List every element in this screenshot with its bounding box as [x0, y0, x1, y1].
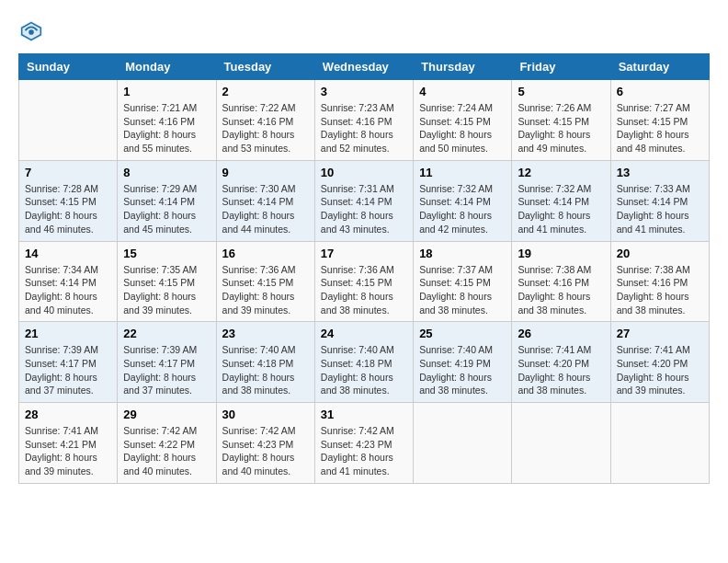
daylight-text: Daylight: 8 hours and 55 minutes.	[123, 128, 210, 155]
calendar-header-row: SundayMondayTuesdayWednesdayThursdayFrid…	[19, 54, 710, 80]
sunrise-text: Sunrise: 7:39 AM	[123, 343, 210, 357]
day-number: 6	[617, 85, 703, 98]
calendar-cell: 15Sunrise: 7:35 AMSunset: 4:15 PMDayligh…	[118, 241, 216, 322]
calendar-week-row: 28Sunrise: 7:41 AMSunset: 4:21 PMDayligh…	[19, 403, 710, 484]
calendar-cell: 19Sunrise: 7:38 AMSunset: 4:16 PMDayligh…	[512, 241, 610, 322]
sunrise-text: Sunrise: 7:24 AM	[419, 101, 506, 115]
day-info: Sunrise: 7:39 AMSunset: 4:17 PMDaylight:…	[25, 343, 111, 397]
daylight-text: Daylight: 8 hours and 38 minutes.	[321, 290, 407, 316]
day-info: Sunrise: 7:38 AMSunset: 4:16 PMDaylight:…	[617, 263, 703, 317]
header-monday: Monday	[118, 54, 216, 80]
calendar-cell: 7Sunrise: 7:28 AMSunset: 4:15 PMDaylight…	[19, 160, 118, 241]
sunset-text: Sunset: 4:15 PM	[518, 115, 604, 129]
header-tuesday: Tuesday	[216, 54, 314, 80]
sunrise-text: Sunrise: 7:41 AM	[617, 343, 703, 357]
sunset-text: Sunset: 4:20 PM	[518, 357, 604, 371]
sunset-text: Sunset: 4:15 PM	[321, 276, 407, 290]
daylight-text: Daylight: 8 hours and 48 minutes.	[617, 128, 703, 155]
daylight-text: Daylight: 8 hours and 38 minutes.	[222, 371, 309, 397]
day-number: 18	[419, 247, 506, 260]
day-info: Sunrise: 7:22 AMSunset: 4:16 PMDaylight:…	[222, 101, 309, 155]
day-info: Sunrise: 7:41 AMSunset: 4:21 PMDaylight:…	[25, 424, 111, 478]
daylight-text: Daylight: 8 hours and 41 minutes.	[518, 209, 604, 236]
day-number: 27	[617, 327, 703, 340]
calendar-cell: 2Sunrise: 7:22 AMSunset: 4:16 PMDaylight…	[216, 80, 314, 161]
day-info: Sunrise: 7:42 AMSunset: 4:23 PMDaylight:…	[321, 424, 407, 478]
daylight-text: Daylight: 8 hours and 38 minutes.	[419, 371, 506, 397]
daylight-text: Daylight: 8 hours and 38 minutes.	[617, 290, 703, 316]
day-info: Sunrise: 7:42 AMSunset: 4:23 PMDaylight:…	[222, 424, 309, 478]
daylight-text: Daylight: 8 hours and 41 minutes.	[321, 451, 407, 477]
sunrise-text: Sunrise: 7:26 AM	[518, 101, 604, 115]
sunrise-text: Sunrise: 7:22 AM	[222, 101, 309, 115]
daylight-text: Daylight: 8 hours and 50 minutes.	[419, 128, 506, 155]
day-number: 29	[123, 408, 210, 421]
calendar-cell: 11Sunrise: 7:32 AMSunset: 4:14 PMDayligh…	[414, 160, 512, 241]
day-info: Sunrise: 7:34 AMSunset: 4:14 PMDaylight:…	[25, 263, 111, 317]
day-number: 19	[518, 247, 604, 260]
day-number: 2	[222, 85, 309, 98]
day-info: Sunrise: 7:36 AMSunset: 4:15 PMDaylight:…	[222, 263, 309, 317]
daylight-text: Daylight: 8 hours and 38 minutes.	[419, 290, 506, 316]
sunrise-text: Sunrise: 7:40 AM	[419, 343, 506, 357]
sunset-text: Sunset: 4:14 PM	[25, 276, 111, 290]
calendar-cell	[19, 80, 118, 161]
sunrise-text: Sunrise: 7:30 AM	[222, 182, 309, 196]
day-info: Sunrise: 7:38 AMSunset: 4:16 PMDaylight:…	[518, 263, 604, 317]
day-number: 30	[222, 408, 309, 421]
day-number: 22	[123, 327, 210, 340]
day-number: 3	[321, 85, 407, 98]
calendar-cell: 29Sunrise: 7:42 AMSunset: 4:22 PMDayligh…	[118, 403, 216, 484]
sunrise-text: Sunrise: 7:23 AM	[321, 101, 407, 115]
day-info: Sunrise: 7:32 AMSunset: 4:14 PMDaylight:…	[518, 182, 604, 236]
daylight-text: Daylight: 8 hours and 37 minutes.	[123, 371, 210, 397]
header-sunday: Sunday	[19, 54, 118, 80]
sunset-text: Sunset: 4:19 PM	[419, 357, 506, 371]
daylight-text: Daylight: 8 hours and 39 minutes.	[222, 290, 309, 316]
sunset-text: Sunset: 4:23 PM	[321, 438, 407, 452]
sunrise-text: Sunrise: 7:34 AM	[25, 263, 111, 277]
sunset-text: Sunset: 4:20 PM	[617, 357, 703, 371]
sunset-text: Sunset: 4:16 PM	[617, 276, 703, 290]
sunset-text: Sunset: 4:16 PM	[321, 115, 407, 129]
sunrise-text: Sunrise: 7:36 AM	[222, 263, 309, 277]
sunset-text: Sunset: 4:16 PM	[123, 115, 210, 129]
sunrise-text: Sunrise: 7:29 AM	[123, 182, 210, 196]
day-number: 1	[123, 85, 210, 98]
calendar-cell: 8Sunrise: 7:29 AMSunset: 4:14 PMDaylight…	[118, 160, 216, 241]
sunrise-text: Sunrise: 7:41 AM	[518, 343, 604, 357]
daylight-text: Daylight: 8 hours and 40 minutes.	[222, 451, 309, 477]
day-number: 10	[321, 166, 407, 179]
day-number: 16	[222, 247, 309, 260]
daylight-text: Daylight: 8 hours and 38 minutes.	[518, 290, 604, 316]
calendar-week-row: 7Sunrise: 7:28 AMSunset: 4:15 PMDaylight…	[19, 160, 710, 241]
sunset-text: Sunset: 4:18 PM	[321, 357, 407, 371]
header-saturday: Saturday	[610, 54, 709, 80]
sunset-text: Sunset: 4:15 PM	[123, 276, 210, 290]
calendar-cell: 21Sunrise: 7:39 AMSunset: 4:17 PMDayligh…	[19, 322, 118, 403]
day-number: 9	[222, 166, 309, 179]
sunset-text: Sunset: 4:23 PM	[222, 438, 309, 452]
sunset-text: Sunset: 4:16 PM	[518, 276, 604, 290]
calendar-cell: 9Sunrise: 7:30 AMSunset: 4:14 PMDaylight…	[216, 160, 314, 241]
sunset-text: Sunset: 4:15 PM	[617, 115, 703, 129]
day-number: 12	[518, 166, 604, 179]
day-info: Sunrise: 7:28 AMSunset: 4:15 PMDaylight:…	[25, 182, 111, 236]
sunset-text: Sunset: 4:22 PM	[123, 438, 210, 452]
daylight-text: Daylight: 8 hours and 40 minutes.	[25, 290, 111, 316]
calendar-cell: 28Sunrise: 7:41 AMSunset: 4:21 PMDayligh…	[19, 403, 118, 484]
day-info: Sunrise: 7:29 AMSunset: 4:14 PMDaylight:…	[123, 182, 210, 236]
day-info: Sunrise: 7:33 AMSunset: 4:14 PMDaylight:…	[617, 182, 703, 236]
sunset-text: Sunset: 4:15 PM	[222, 276, 309, 290]
daylight-text: Daylight: 8 hours and 45 minutes.	[123, 209, 210, 236]
header-thursday: Thursday	[414, 54, 512, 80]
sunset-text: Sunset: 4:16 PM	[222, 115, 309, 129]
logo	[18, 18, 48, 44]
calendar-cell: 24Sunrise: 7:40 AMSunset: 4:18 PMDayligh…	[314, 322, 413, 403]
calendar-cell: 6Sunrise: 7:27 AMSunset: 4:15 PMDaylight…	[610, 80, 709, 161]
sunset-text: Sunset: 4:15 PM	[25, 195, 111, 209]
sunrise-text: Sunrise: 7:32 AM	[518, 182, 604, 196]
sunset-text: Sunset: 4:14 PM	[617, 195, 703, 209]
sunset-text: Sunset: 4:15 PM	[419, 115, 506, 129]
sunrise-text: Sunrise: 7:41 AM	[25, 424, 111, 438]
